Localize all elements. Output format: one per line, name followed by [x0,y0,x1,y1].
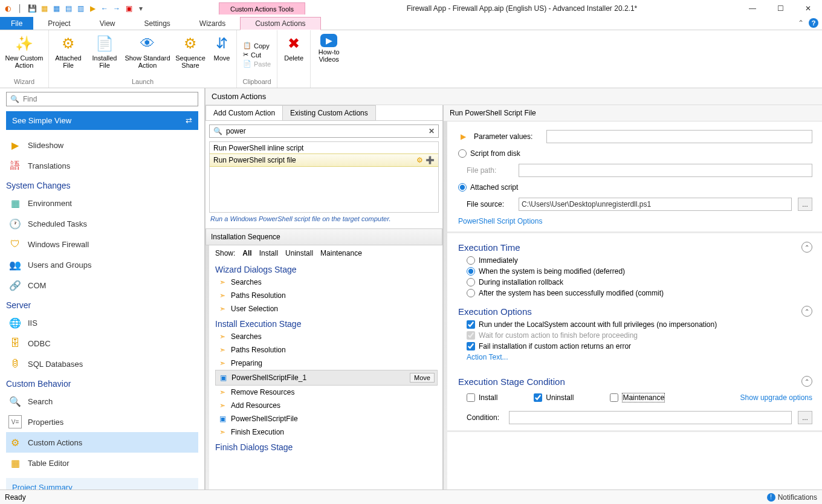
qat-page-icon[interactable]: ▤ [63,3,74,14]
qat-grid-plus-icon[interactable]: ▦ [39,3,50,14]
maximize-button[interactable]: ☐ [766,0,794,17]
help-icon[interactable]: ? [809,18,818,28]
qat-dropdown-icon[interactable]: ▾ [135,3,146,14]
tab-custom-actions[interactable]: Custom Actions [240,17,320,30]
collapse-exec-stage[interactable]: ⌃ [801,376,812,387]
ca-search-box[interactable]: 🔍 ✕ [209,124,439,138]
radio-script-from-disk[interactable] [458,149,467,158]
show-standard-action-button[interactable]: 👁Show Standard Action [124,31,171,78]
inst-finish-execution[interactable]: ➣Finish Execution [215,425,438,439]
sequence-scrollbar[interactable] [206,245,209,489]
nav-custom-actions[interactable]: ⚙Custom Actions [6,432,198,453]
find-box[interactable]: 🔍 [6,92,198,106]
tab-file[interactable]: File [0,17,33,30]
tab-project[interactable]: Project [33,17,85,30]
show-uninstall[interactable]: Uninstall [285,249,313,257]
copy-button[interactable]: 📋Copy [243,42,271,50]
tab-add-custom-action[interactable]: Add Custom Action [206,105,283,120]
nav-translations[interactable]: 語Translations [6,155,198,176]
project-summary-button[interactable]: Project Summary [6,478,198,489]
qat-run-icon[interactable]: ▥ [75,3,86,14]
chk-localsystem[interactable] [467,320,475,329]
nav-iis[interactable]: 🌐IIS [6,312,198,333]
new-custom-action-button[interactable]: ✨ New Custom Action [2,31,46,78]
collapse-ribbon-icon[interactable]: ⌃ [798,19,804,27]
wiz-paths[interactable]: ➣Paths Resolution [215,289,438,302]
chk-uninstall[interactable] [534,393,542,402]
paste-button[interactable]: 📄Paste [243,60,271,68]
ps-script-options-link[interactable]: PowerShell Script Options [458,217,812,225]
browse-file-button[interactable]: … [798,198,812,211]
inst-preparing[interactable]: ➣Preparing [215,357,438,370]
nav-sql[interactable]: 🛢SQL Databases [6,354,198,374]
chk-fail[interactable] [467,342,475,351]
result-script-file[interactable]: Run PowerShell script file ⚙ ➕ [209,153,439,167]
nav-slideshow[interactable]: ▶Slideshow [6,135,198,155]
nav-odbc[interactable]: 🗄ODBC [6,333,198,354]
clear-search-icon[interactable]: ✕ [429,127,435,135]
inst-remove-resources[interactable]: ➣Remove Resources [215,386,438,399]
radio-attached-script[interactable] [458,183,467,192]
qat-back-icon[interactable]: ← [99,3,110,14]
radio-immediately[interactable] [467,256,475,265]
tab-wizards[interactable]: Wizards [185,17,240,30]
add-ca-gear-icon[interactable]: ⚙ [416,156,423,164]
inst-searches[interactable]: ➣Searches [215,330,438,343]
radio-deferred[interactable] [467,267,475,276]
inst-psscriptfile1[interactable]: ▣PowerShellScriptFile_1Move [215,370,438,386]
action-text-link[interactable]: Action Text... [467,353,812,361]
minimize-button[interactable]: — [739,0,766,17]
qat-forward-icon[interactable]: → [111,3,122,14]
chk-install[interactable] [467,393,475,402]
qat-badge-icon[interactable]: ▣ [123,3,134,14]
nav-environment[interactable]: ▦Environment [6,193,198,213]
collapse-exec-options[interactable]: ⌃ [801,306,812,317]
qat-grid-minus-icon[interactable]: ▦ [51,3,62,14]
cut-button[interactable]: ✂Cut [243,51,271,59]
find-input[interactable] [23,95,194,103]
notifications-button[interactable]: ! Notifications [767,493,817,502]
wiz-user-selection[interactable]: ➣User Selection [215,302,438,315]
qat-play-icon[interactable]: ▶ [87,3,98,14]
condition-browse-button[interactable]: … [798,411,812,424]
details-scrollbar[interactable] [444,121,447,489]
nav-scheduled-tasks[interactable]: 🕐Scheduled Tasks [6,213,198,234]
qat-logo-icon[interactable]: ◐ [2,3,13,14]
close-button[interactable]: ✕ [794,0,822,17]
sequence-share-button[interactable]: ⚙Sequence Share [173,31,207,78]
add-ca-plus-icon[interactable]: ➕ [426,156,435,164]
ca-search-input[interactable] [226,127,429,135]
show-upgrade-options-link[interactable]: Show upgrade options [740,393,812,402]
installed-file-button[interactable]: 📄Installed File [88,31,121,78]
move-button[interactable]: ⇵Move [210,31,234,78]
inst-psscriptfile[interactable]: ▣PowerShellScriptFile [215,412,438,425]
nav-com[interactable]: 🔗COM [6,275,198,296]
tab-view[interactable]: View [85,17,130,30]
nav-table-editor[interactable]: ▦Table Editor [6,453,198,473]
nav-users-groups[interactable]: 👥Users and Groups [6,254,198,275]
result-inline-script[interactable]: Run PowerShell inline script [210,142,438,154]
inst-paths[interactable]: ➣Paths Resolution [215,343,438,357]
param-values-input[interactable] [546,130,812,143]
inst-add-resources[interactable]: ➣Add Resources [215,399,438,412]
simple-view-button[interactable]: See Simple View⇄ [6,111,198,130]
show-maintenance[interactable]: Maintenance [320,249,362,257]
qat-save-icon[interactable]: 💾 [27,3,37,14]
show-all[interactable]: All [242,249,251,257]
tab-settings[interactable]: Settings [130,17,185,30]
wiz-searches[interactable]: ➣Searches [215,276,438,289]
nav-windows-firewall[interactable]: 🛡Windows Firewall [6,234,198,254]
radio-rollback[interactable] [467,278,475,286]
move-item-button[interactable]: Move [410,373,435,383]
nav-properties[interactable]: V=Properties [6,412,198,432]
attached-file-button[interactable]: ⚙︎Attached File [51,31,85,78]
show-install[interactable]: Install [259,249,278,257]
collapse-exec-time[interactable]: ⌃ [801,242,812,253]
delete-button[interactable]: ✖Delete [280,31,308,78]
radio-commit[interactable] [467,289,475,297]
howto-videos-button[interactable]: ▶How-to Videos [313,31,345,78]
file-path-input[interactable] [519,164,812,177]
nav-search[interactable]: 🔍Search [6,391,198,412]
condition-input[interactable] [509,411,792,424]
tab-existing-custom-actions[interactable]: Existing Custom Actions [282,105,376,120]
